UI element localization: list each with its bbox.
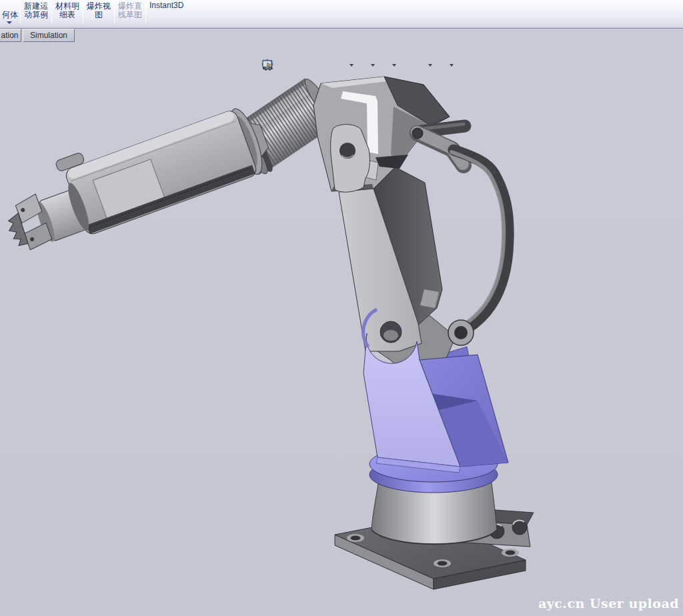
- ribbon-button-new-motion-study[interactable]: 新建运 动算例: [21, 0, 51, 28]
- section-view-icon[interactable]: [320, 59, 334, 71]
- ribbon-button-label: 线草图: [118, 11, 142, 19]
- command-manager-ribbon: 何体 新建运 动算例 材料明 细表 爆炸视 图 爆炸直 线草图 Instant3…: [0, 0, 683, 29]
- zoom-to-fit-icon[interactable]: [276, 59, 290, 71]
- rocker-lobe[interactable]: [448, 320, 474, 345]
- study-tab-row: ation Simulation: [0, 29, 76, 43]
- ribbon-button-label: 图: [95, 11, 103, 19]
- previous-view-icon[interactable]: [305, 59, 319, 71]
- ribbon-button-label: Instant3D: [149, 1, 183, 10]
- ribbon-button-label: 细表: [59, 11, 75, 19]
- chevron-down-icon[interactable]: [392, 64, 396, 67]
- solidworks-window: { "ribbon": { "buttons": [ {"label_line1…: [0, 0, 683, 616]
- display-style-icon[interactable]: [356, 59, 370, 71]
- zoom-to-area-icon[interactable]: [291, 59, 305, 71]
- chevron-down-icon[interactable]: [428, 64, 432, 67]
- headsup-view-toolbar: [261, 59, 456, 71]
- ribbon-button-label: 何体: [2, 11, 18, 19]
- tab-label: ation: [1, 31, 18, 40]
- ribbon-button-geometry[interactable]: 何体: [0, 0, 20, 28]
- view-orientation-icon[interactable]: [335, 59, 349, 71]
- watermark: ayc.cn User upload: [538, 596, 679, 611]
- ribbon-button-explode-line-sketch[interactable]: 爆炸直 线草图: [115, 0, 145, 28]
- graphics-area[interactable]: ayc.cn User upload: [0, 29, 683, 616]
- hide-show-items-icon[interactable]: [378, 59, 392, 71]
- ribbon-button-label: 动算例: [24, 11, 48, 19]
- edit-appearance-icon[interactable]: [399, 59, 413, 71]
- ribbon-button-instant3d[interactable]: Instant3D: [146, 0, 187, 28]
- rocker-link[interactable]: [452, 150, 508, 328]
- forearm[interactable]: [0, 91, 275, 261]
- chevron-down-icon[interactable]: [350, 64, 354, 67]
- ribbon-button-exploded-view[interactable]: 爆炸视 图: [83, 0, 114, 28]
- view-settings-icon[interactable]: [435, 59, 449, 71]
- tab-label: Simulation: [30, 31, 67, 40]
- ribbon-button-bill-of-materials[interactable]: 材料明 细表: [52, 0, 83, 28]
- link-rod[interactable]: [412, 124, 465, 165]
- upper-arm[interactable]: [339, 157, 472, 375]
- tab-animation[interactable]: ation: [0, 29, 21, 42]
- chevron-down-icon[interactable]: [7, 21, 12, 24]
- chevron-down-icon[interactable]: [450, 64, 454, 67]
- 3d-viewport[interactable]: [0, 29, 683, 616]
- chevron-down-icon[interactable]: [371, 64, 375, 67]
- tab-simulation[interactable]: Simulation: [23, 29, 75, 42]
- apply-scene-icon[interactable]: [414, 59, 428, 71]
